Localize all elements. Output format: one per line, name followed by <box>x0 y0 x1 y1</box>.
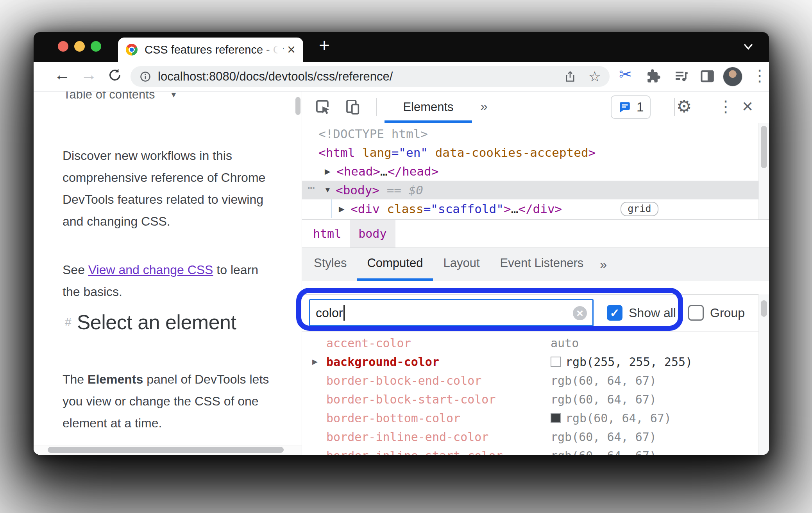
tab-event-listeners[interactable]: Event Listeners <box>490 248 594 281</box>
color-swatch[interactable] <box>551 357 561 367</box>
reload-button[interactable] <box>107 67 123 83</box>
site-info-icon[interactable] <box>139 70 152 83</box>
show-all-label: Show all <box>629 306 676 320</box>
page-horizontal-scrollbar[interactable] <box>34 445 302 455</box>
dom-code-segment: data-cookies-accepted <box>428 145 588 160</box>
expand-toggle-icon[interactable]: ▼ <box>324 186 336 194</box>
tab-title-fade <box>259 38 283 62</box>
inspect-element-icon[interactable] <box>315 99 332 116</box>
clear-filter-icon[interactable]: × <box>573 306 587 320</box>
tab-close-icon[interactable]: × <box>287 43 295 57</box>
expand-toggle-icon[interactable]: ▶ <box>339 204 351 213</box>
issues-chat-icon <box>618 100 632 114</box>
maximize-window-button[interactable] <box>91 41 101 52</box>
dom-code-segment: … <box>380 164 388 178</box>
show-all-option[interactable]: ✓ Show all <box>607 305 676 321</box>
dom-code-segment: <body> <box>336 183 379 197</box>
profile-avatar[interactable] <box>723 67 742 86</box>
group-checkbox[interactable] <box>688 305 704 321</box>
breadcrumb-html[interactable]: html <box>304 220 350 248</box>
property-value: auto <box>551 336 579 350</box>
device-toolbar-icon[interactable] <box>344 99 361 116</box>
more-panels-icon[interactable]: » <box>480 99 488 114</box>
window-content: Table of contents ▼ Discover new workflo… <box>34 91 769 455</box>
computed-property-row[interactable]: accent-colorauto <box>302 334 769 352</box>
table-of-contents-toggle[interactable]: Table of contents ▼ <box>63 91 177 102</box>
computed-property-row[interactable]: border-inline-end-colorrgb(60, 64, 67) <box>302 427 769 446</box>
tab-layout[interactable]: Layout <box>433 248 490 281</box>
view-and-change-css-link[interactable]: View and change CSS <box>88 263 213 277</box>
tab-styles[interactable]: Styles <box>304 248 357 281</box>
playlist-icon[interactable] <box>674 68 689 84</box>
computed-scrollbar-thumb[interactable] <box>761 300 767 317</box>
new-tab-button[interactable]: + <box>319 36 330 55</box>
dom-tree: <!DOCTYPE html><html lang="en" data-cook… <box>302 123 769 219</box>
tab-search-chevron-icon[interactable] <box>742 41 755 52</box>
color-swatch[interactable] <box>551 413 561 423</box>
elements-paragraph: The Elements panel of DevTools lets you … <box>63 368 282 434</box>
dom-scrollbar-thumb[interactable] <box>761 126 767 168</box>
address-bar[interactable]: localhost:8080/docs/devtools/css/referen… <box>131 66 610 87</box>
dom-tree-row[interactable]: ▶<head>…</head> <box>302 162 769 181</box>
bookmark-star-icon[interactable]: ☆ <box>588 70 601 84</box>
url-text[interactable]: localhost:8080/docs/devtools/css/referen… <box>158 70 393 84</box>
browser-tab[interactable]: CSS features reference - Chrom × <box>118 38 303 62</box>
extensions-puzzle-icon[interactable] <box>646 68 661 84</box>
scissors-extension-icon[interactable]: ✂ <box>619 66 632 82</box>
forward-button[interactable]: → <box>80 66 97 83</box>
page-vertical-scrollbar-thumb[interactable] <box>295 97 300 115</box>
expand-toggle-icon[interactable]: ▶ <box>312 357 326 366</box>
computed-property-row[interactable]: border-block-start-colorrgb(60, 64, 67) <box>302 390 769 409</box>
computed-property-row[interactable]: ▶background-colorrgb(255, 255, 255) <box>302 352 769 371</box>
filter-input-value: color <box>316 306 343 320</box>
filter-input[interactable]: color × <box>309 299 594 326</box>
dom-code-segment: $0 <box>409 183 423 197</box>
property-name: border-block-start-color <box>326 393 551 406</box>
back-button[interactable]: ← <box>54 66 70 83</box>
devtools-menu-kebab-icon[interactable]: ⋮ <box>718 99 733 114</box>
heading-anchor-hash[interactable]: # <box>65 316 72 329</box>
devtools-toolbar: Elements » 1 ⚙ ⋮ × <box>302 91 769 123</box>
group-label: Group <box>710 306 745 320</box>
expand-toggle-icon[interactable]: ▶ <box>325 167 336 176</box>
grid-badge[interactable]: grid <box>621 202 658 216</box>
toolbar-divider <box>376 98 377 116</box>
basics-paragraph: See View and change CSS to learn the bas… <box>63 259 268 303</box>
issues-counter-button[interactable]: 1 <box>611 95 651 119</box>
devtools-panel: Elements » 1 ⚙ ⋮ × <!DOCTYPE html><html … <box>302 91 769 455</box>
chrome-favicon-icon <box>126 44 138 56</box>
property-name: border-bottom-color <box>326 411 551 425</box>
doc-page: Table of contents ▼ Discover new workflo… <box>34 91 302 455</box>
minimize-window-button[interactable] <box>74 41 85 52</box>
more-tabs-icon[interactable]: » <box>600 248 607 281</box>
group-option[interactable]: Group <box>688 305 745 321</box>
dom-tree-row[interactable]: <!DOCTYPE html> <box>302 124 769 143</box>
dom-code-segment: ="en" <box>392 145 428 160</box>
show-all-checkbox[interactable]: ✓ <box>607 305 622 321</box>
dom-tree-row[interactable]: <html lang="en" data-cookies-accepted> <box>302 143 769 162</box>
side-panel-icon[interactable] <box>699 68 715 84</box>
intro-paragraph: Discover new workflows in this comprehen… <box>63 145 284 232</box>
page-section-heading: Select an element <box>77 310 236 334</box>
issues-count: 1 <box>637 100 644 115</box>
tab-elements-panel[interactable]: Elements <box>385 91 472 123</box>
devtools-close-icon[interactable]: × <box>742 97 753 116</box>
computed-property-row[interactable]: border-bottom-colorrgb(60, 64, 67) <box>302 409 769 427</box>
computed-property-row[interactable]: border-inline-start-colorrgb(60, 64, 67) <box>302 446 769 455</box>
breadcrumb-body[interactable]: body <box>350 220 395 248</box>
dom-code-segment: <!DOCTYPE html> <box>318 127 428 141</box>
window-controls <box>58 41 101 52</box>
tab-strip: CSS features reference - Chrom × + <box>34 32 769 62</box>
share-icon[interactable] <box>563 70 577 83</box>
property-name: accent-color <box>326 336 551 350</box>
computed-property-row[interactable]: border-block-end-colorrgb(60, 64, 67) <box>302 371 769 390</box>
computed-scrollbar-track[interactable] <box>758 294 769 455</box>
dom-tree-row[interactable]: ▶<div class="scaffold">…</div>grid <box>302 199 769 218</box>
tab-computed[interactable]: Computed <box>357 248 433 281</box>
close-window-button[interactable] <box>58 41 68 52</box>
page-horizontal-scrollbar-thumb[interactable] <box>48 447 284 453</box>
browser-menu-kebab-icon[interactable]: ⋮ <box>752 68 767 83</box>
node-ellipsis-icon[interactable]: … <box>308 178 314 192</box>
settings-gear-icon[interactable]: ⚙ <box>676 98 692 115</box>
dom-tree-row[interactable]: …▼<body> == $0 <box>302 181 769 199</box>
